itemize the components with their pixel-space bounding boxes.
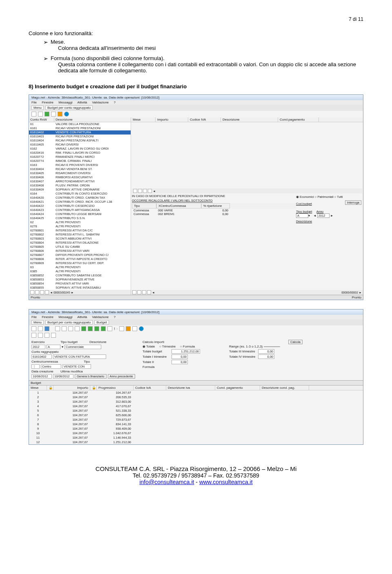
list-row[interactable]: 61640420CONTRIBUTI CRED. CARBON TAX	[29, 196, 131, 200]
tab-menu[interactable]: Menu	[31, 320, 44, 325]
list-row[interactable]: 61630409SOPRAVV. ATTIVE ORDINARIE	[29, 188, 131, 192]
col-condpag[interactable]: Cond. pagamento	[215, 386, 260, 390]
list-row[interactable]: 62780804INTERESSI ATTIVI DILAZIONE	[29, 241, 131, 245]
list-row[interactable]: 61610405RICAVI DIVERSI	[29, 143, 131, 147]
col-progressivo[interactable]: Progressivo	[97, 386, 134, 390]
menu-help[interactable]: ?	[114, 315, 116, 319]
budget-row[interactable]: 12104.267,671.251.212,00	[29, 440, 363, 444]
budget-row[interactable]: 8104.267,67834.141,33	[29, 422, 363, 426]
val-tot2[interactable]: 0,00	[172, 360, 188, 364]
radio-totale[interactable]: ◉ Totale	[143, 345, 155, 348]
menu-attivita[interactable]: Attività	[77, 101, 87, 104]
list-row[interactable]: 61630405RISARCIMENTI DIVERSI	[29, 171, 131, 175]
btn-anno-prec[interactable]: Anno precedente	[108, 374, 135, 379]
ticon[interactable]	[101, 326, 106, 331]
list-row[interactable]: 63850853SOPRAVVENIENZE ATTIVE	[29, 278, 131, 282]
toolbar-icon[interactable]	[58, 112, 62, 117]
menu-messaggi[interactable]: Messaggi	[58, 315, 72, 319]
col-desccondpag[interactable]: Descrizione cond. pag.	[260, 386, 309, 390]
list-row[interactable]: 61640424CONTRIBUTO LEGGE BERSANI	[29, 212, 131, 216]
list-row[interactable]: 6164CONTRIBUTI IN CONTO ESERCIZIO	[29, 192, 131, 196]
menu-file[interactable]: File	[31, 101, 37, 104]
ticon[interactable]	[68, 326, 73, 331]
list-row[interactable]: 62780802INTERESSI ATTIVI L. SABATINI	[29, 233, 131, 237]
col-lock-icon[interactable]: 🔒	[47, 386, 53, 390]
list-row[interactable]: 61610403RICAVI PER PRESTAZIONI	[29, 135, 131, 139]
list-row[interactable]: 61610404RICAVI PRESTAZONI ASFALTI	[29, 139, 131, 143]
ticon[interactable]	[31, 326, 36, 331]
val-totbudget[interactable]: 1.251.212,00	[172, 349, 200, 354]
val-conto-code[interactable]: 61610402	[31, 354, 52, 359]
list-row[interactable]: 61630406RIMBORSI ASSICURATIVI	[29, 175, 131, 179]
col-desciva[interactable]: Descrizione iva	[166, 386, 215, 390]
btn-interroga[interactable]: Interroga	[345, 200, 361, 205]
nav-bar-left[interactable]: ◄00003/00245►	[29, 290, 131, 295]
ticon[interactable]	[132, 326, 137, 331]
list-row[interactable]: 61620772RIMANENZE FINALI MERCI	[29, 155, 131, 159]
radio-trimestre[interactable]: ○ Trimestre	[159, 345, 176, 348]
toolbar-icon[interactable]	[38, 112, 43, 117]
budget-row[interactable]: 10104.267,671.042.676,67	[29, 431, 363, 435]
list-row[interactable]: 62780805UTILE SU CAMBI	[29, 245, 131, 249]
ticon[interactable]	[62, 326, 67, 331]
val-range[interactable]	[264, 346, 280, 347]
btn-calcola[interactable]: Calcola	[288, 340, 303, 344]
val-esercizio[interactable]: 2012	[31, 345, 45, 349]
list-row[interactable]: 61630404RICAVI VENDITA BENI ST.	[29, 167, 131, 171]
toolbar-icon[interactable]	[51, 112, 56, 117]
list-row[interactable]: 63ALTRI PROVENTI	[29, 265, 131, 269]
radio-formula[interactable]: ○ Formula	[180, 345, 195, 348]
list-row[interactable]: 62780806INTERESSI ATTIVI VARI	[29, 249, 131, 253]
budget-row[interactable]: 2104.267,67208.535,33	[29, 395, 363, 399]
col-rip[interactable]: % ripartizione	[201, 203, 230, 209]
list-row[interactable]: 61620774IMMOB. C/RIMAN. FINALI	[29, 159, 131, 163]
list-row[interactable]: 6161RICAVI VENDITE PRESTAZIONI	[29, 126, 131, 130]
list-row[interactable]: 63850854PROVENTI ATTIVI VARI	[29, 282, 131, 286]
col-cond[interactable]: Cond.pagamento	[278, 117, 319, 122]
ticon[interactable]	[107, 326, 112, 331]
ticon[interactable]	[51, 333, 56, 338]
ticon[interactable]	[94, 326, 99, 331]
list-row[interactable]: 62780801INTERESSI ATTIVI DA C/C	[29, 229, 131, 233]
ticon[interactable]	[31, 333, 36, 338]
col-lock-icon[interactable]: 🔒	[90, 386, 97, 390]
budget-row[interactable]: 1104.267,67104.267,67	[29, 390, 363, 395]
ticon[interactable]	[38, 333, 43, 338]
list-row[interactable]: 63850855SOPRAVV. ATTIVE INTASSABILI	[29, 286, 131, 290]
list-row[interactable]: 61630407ARROTONDAMENTI ATTIVI	[29, 179, 131, 184]
menu-validazione[interactable]: Validazione	[92, 101, 109, 104]
val-tot1[interactable]: 0,00	[172, 354, 188, 359]
select-tipo[interactable]: A	[296, 213, 308, 218]
radio-patrimoniali[interactable]: ○ Patrimoniali	[315, 195, 334, 199]
radio-tutti[interactable]: ○ Tutti	[334, 195, 343, 199]
col-iva[interactable]: Codice IVA	[188, 117, 221, 122]
list-row[interactable]: 63850852CONTRIBUTO SABATINI LEGGE	[29, 274, 131, 278]
list-row[interactable]: 61630408PLUSV. PATRIM. ORDIN	[29, 184, 131, 188]
list-row[interactable]: 6162VARIAZ. LAVORI IN CORSO SU ORDI	[29, 147, 131, 151]
btn-genera[interactable]: Genera b.finanziario	[75, 374, 107, 379]
col-importo[interactable]: Importo	[53, 386, 90, 390]
list-row[interactable]: 62780807DIFFER.PROVENTI OPER.PRONO C/	[29, 253, 131, 257]
budget-row[interactable]: 4104.267,67417.070,67	[29, 404, 363, 408]
help-icon[interactable]	[64, 112, 69, 117]
col-header-code[interactable]: Conto RxW	[29, 117, 54, 122]
toolbar-icon[interactable]	[45, 112, 49, 117]
budget-row[interactable]: 6104.267,67625.606,00	[29, 413, 363, 417]
menu-finestre[interactable]: Finestre	[42, 101, 53, 104]
footer-email[interactable]: info@consulteamca.it	[139, 479, 194, 485]
menu-help[interactable]: ?	[114, 101, 116, 104]
list-row[interactable]: 61640421CONTRIBUTI CRED. INCR. OCCUP. L3…	[29, 200, 131, 204]
col-codiceiva[interactable]: Codice IvA	[134, 386, 166, 390]
ticon[interactable]	[126, 326, 131, 331]
tab-budget[interactable]: Budget	[94, 320, 109, 325]
ticon[interactable]	[45, 333, 49, 338]
select-anno[interactable]: 2012	[317, 213, 330, 218]
list-row[interactable]: 6278ALTRI PROVENTI	[29, 224, 131, 229]
budget-row[interactable]: 3104.267,67312.803,00	[29, 399, 363, 404]
tab-budget-conto[interactable]: Budget per conto raggruppato	[45, 320, 93, 325]
save-icon[interactable]	[45, 326, 49, 331]
val-tot3[interactable]: 0,00	[258, 349, 274, 354]
list-row[interactable]: 6385ALTRI PROVENTI	[29, 269, 131, 274]
help-icon[interactable]	[139, 326, 144, 331]
radio-economici[interactable]: ◉ Economici	[296, 195, 314, 199]
